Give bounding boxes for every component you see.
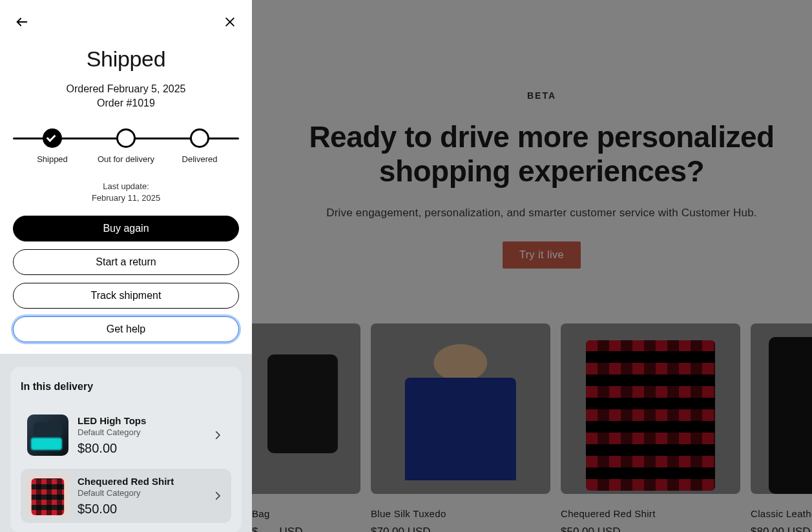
progress-dot-icon (116, 128, 136, 148)
item-name: LED High Tops (78, 415, 203, 426)
buy-again-button[interactable]: Buy again (13, 216, 239, 241)
product-card[interactable]: Classic Leather Ja $80.00 USD (751, 323, 812, 532)
progress-step-shipped: Shipped (16, 128, 89, 164)
item-thumbnail (27, 414, 68, 456)
chevron-right-icon (212, 429, 225, 441)
hero-section: BETA Ready to drive more personalized sh… (271, 90, 812, 269)
delivery-item[interactable]: Chequered Red Shirt Default Category $50… (21, 469, 231, 523)
last-update-label: Last update: (103, 181, 149, 191)
delivery-heading: In this delivery (21, 381, 231, 393)
chevron-right-icon (212, 490, 225, 502)
try-it-live-button[interactable]: Try it live (503, 241, 581, 269)
progress-step-out-for-delivery: Out for delivery (89, 128, 163, 164)
product-image (371, 323, 550, 494)
product-name: Chequered Red Shirt (561, 508, 740, 519)
product-card[interactable]: Blue Silk Tuxedo $70.00 USD (371, 323, 550, 532)
delivery-item-list: LED High Tops Default Category $80.00 Ch… (21, 408, 231, 523)
product-card[interactable]: Chequered Red Shirt $50.00 USD (561, 323, 740, 532)
product-price: $80.00 USD (751, 526, 812, 532)
checkmark-icon (43, 128, 62, 148)
hero-subtitle: Drive engagement, personalization, and s… (297, 207, 786, 220)
order-actions: Buy again Start a return Track shipment … (13, 216, 239, 354)
product-carousel: Bag $___ USD Blue Silk Tuxedo $70.00 USD… (252, 323, 812, 532)
product-image (561, 323, 740, 494)
delivery-item[interactable]: LED High Tops Default Category $80.00 (21, 408, 231, 462)
product-name: Bag (252, 508, 360, 519)
progress-label: Shipped (37, 154, 68, 164)
product-image (252, 323, 360, 494)
close-icon (224, 15, 236, 28)
delivery-card: In this delivery LED High Tops Default C… (10, 367, 242, 532)
product-name: Classic Leather Ja (751, 508, 812, 519)
close-button[interactable] (221, 13, 239, 31)
arrow-left-icon (15, 15, 29, 29)
item-category: Default Category (78, 427, 203, 437)
start-return-button[interactable]: Start a return (13, 249, 239, 275)
back-button[interactable] (13, 13, 31, 31)
product-image (751, 323, 812, 494)
item-price: $50.00 (78, 502, 203, 517)
progress-dot-icon (190, 128, 209, 148)
track-shipment-button[interactable]: Track shipment (13, 283, 239, 309)
item-price: $80.00 (78, 441, 203, 456)
last-update-date: February 11, 2025 (92, 193, 160, 203)
beta-badge: BETA (297, 90, 786, 101)
get-help-button[interactable]: Get help (13, 316, 239, 342)
progress-label: Out for delivery (98, 154, 154, 164)
product-card[interactable]: Bag $___ USD (252, 323, 360, 532)
item-thumbnail (27, 475, 68, 517)
product-name: Blue Silk Tuxedo (371, 508, 550, 519)
order-date: Ordered February 5, 2025 (13, 83, 239, 95)
progress-step-delivered: Delivered (163, 128, 236, 164)
hero-title: Ready to drive more personalized shoppin… (297, 120, 786, 189)
order-status-title: Shipped (13, 46, 239, 72)
product-price: $___ USD (252, 526, 360, 532)
item-name: Chequered Red Shirt (78, 476, 203, 487)
order-number: Order #1019 (13, 97, 239, 109)
product-price: $70.00 USD (371, 526, 550, 532)
order-status-drawer: Shipped Ordered February 5, 2025 Order #… (0, 0, 252, 532)
progress-label: Delivered (182, 154, 218, 164)
item-category: Default Category (78, 488, 203, 498)
last-update: Last update: February 11, 2025 (13, 181, 239, 204)
shipping-progress: Shipped Out for delivery Delivered (13, 128, 239, 164)
product-price: $50.00 USD (561, 526, 740, 532)
